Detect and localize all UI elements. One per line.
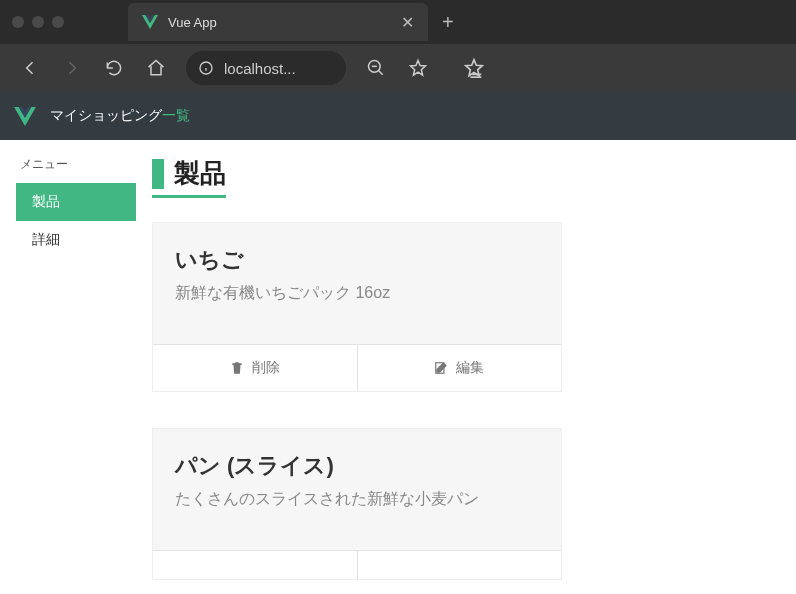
- delete-button[interactable]: 削除: [153, 345, 358, 391]
- card-body: パン (スライス) たくさんのスライスされた新鮮な小麦パン: [153, 429, 561, 550]
- menu-label: メニュー: [16, 156, 136, 173]
- main-layout: メニュー 製品 詳細 製品 いちご 新鮮な有機いちごパック 16oz 削除: [0, 140, 796, 594]
- window-maximize-icon[interactable]: [52, 16, 64, 28]
- product-name: パン (スライス): [175, 451, 539, 481]
- product-card: パン (スライス) たくさんのスライスされた新鮮な小麦パン: [152, 428, 562, 580]
- title-accent: [152, 159, 164, 189]
- delete-label: 削除: [252, 359, 280, 377]
- address-text: localhost...: [224, 60, 296, 77]
- browser-tab[interactable]: Vue App ✕: [128, 3, 428, 41]
- refresh-button[interactable]: [96, 50, 132, 86]
- new-tab-button[interactable]: +: [442, 11, 454, 34]
- window-close-icon[interactable]: [12, 16, 24, 28]
- card-body: いちご 新鮮な有機いちごパック 16oz: [153, 223, 561, 344]
- product-card: いちご 新鮮な有機いちごパック 16oz 削除 編集: [152, 222, 562, 392]
- browser-toolbar: localhost...: [0, 44, 796, 92]
- product-description: 新鮮な有機いちごパック 16oz: [175, 283, 539, 304]
- svg-line-4: [379, 71, 383, 75]
- sidebar-item-products[interactable]: 製品: [16, 183, 136, 221]
- card-actions: [153, 550, 561, 579]
- window-controls: Vue App ✕ +: [0, 0, 796, 44]
- browser-chrome: Vue App ✕ + localhost...: [0, 0, 796, 92]
- edit-icon: [434, 361, 448, 375]
- edit-label: 編集: [456, 359, 484, 377]
- info-icon: [198, 60, 214, 76]
- window-minimize-icon[interactable]: [32, 16, 44, 28]
- app-title-prefix: マイショッピング: [50, 107, 162, 123]
- delete-button[interactable]: [153, 551, 358, 579]
- sidebar-item-label: 製品: [32, 193, 60, 209]
- address-bar[interactable]: localhost...: [186, 51, 346, 85]
- card-actions: 削除 編集: [153, 344, 561, 391]
- sidebar-item-details[interactable]: 詳細: [16, 221, 136, 259]
- page-title: 製品: [174, 156, 226, 191]
- page-title-wrap: 製品: [152, 156, 226, 198]
- back-button[interactable]: [12, 50, 48, 86]
- sidebar-item-label: 詳細: [32, 231, 60, 247]
- app-logo-icon: [14, 107, 36, 126]
- edit-button[interactable]: [358, 551, 562, 579]
- edit-button[interactable]: 編集: [358, 345, 562, 391]
- zoom-button[interactable]: [358, 50, 394, 86]
- home-button[interactable]: [138, 50, 174, 86]
- forward-button[interactable]: [54, 50, 90, 86]
- favorites-bar-button[interactable]: [456, 50, 492, 86]
- close-tab-icon[interactable]: ✕: [401, 13, 414, 32]
- vue-favicon-icon: [142, 15, 158, 29]
- app-title-suffix: 一覧: [162, 107, 190, 123]
- sidebar: メニュー 製品 詳細: [16, 156, 136, 594]
- trash-icon: [230, 361, 244, 375]
- product-description: たくさんのスライスされた新鮮な小麦パン: [175, 489, 539, 510]
- app-header: マイショッピング一覧: [0, 92, 796, 140]
- content: 製品 いちご 新鮮な有機いちごパック 16oz 削除 編集 パン (スライス): [136, 156, 796, 594]
- favorite-button[interactable]: [400, 50, 436, 86]
- app-title: マイショッピング一覧: [50, 107, 190, 125]
- product-name: いちご: [175, 245, 539, 275]
- tab-title: Vue App: [168, 15, 391, 30]
